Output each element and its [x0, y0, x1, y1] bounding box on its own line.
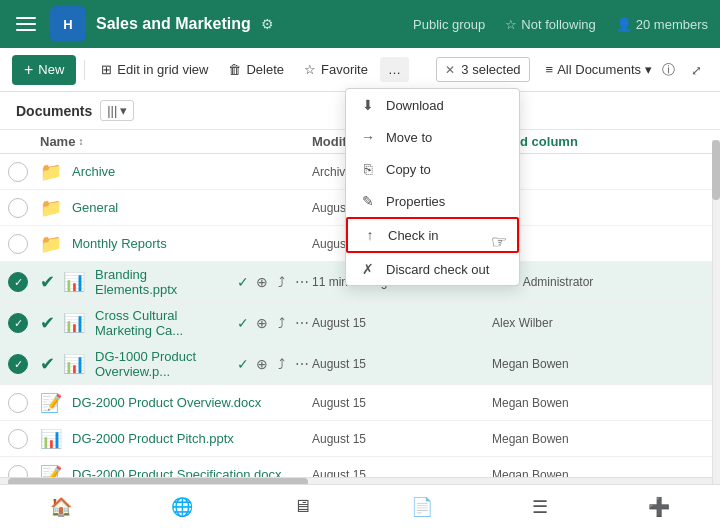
row-select-cell — [8, 198, 40, 218]
home-nav-icon[interactable]: 🏠 — [42, 488, 80, 526]
row-select-cell: ✓ — [8, 313, 40, 333]
row-checkbox[interactable]: ✓ — [8, 272, 28, 292]
docx-icon: 📝 — [40, 392, 62, 414]
members-btn[interactable]: 👤 20 members — [616, 17, 708, 32]
discard-checkout-menu-item[interactable]: ✗ Discard check out — [346, 253, 519, 285]
checkin-menu-item[interactable]: ↑ Check in ☞ — [346, 217, 519, 253]
file-name-text: Monthly Reports — [72, 236, 167, 251]
delete-icon: 🗑 — [228, 62, 241, 77]
row-checkbox[interactable] — [8, 198, 28, 218]
open-in-app-button[interactable]: ⊕ — [253, 272, 271, 292]
app-logo: H — [50, 6, 86, 42]
view-toggle-button[interactable]: ||| ▾ — [100, 100, 134, 121]
pptx-icon: 📊 — [40, 428, 62, 450]
row-more-button[interactable]: ⋯ — [292, 313, 312, 333]
file-name-cell[interactable]: ✔ 📊 Cross Cultural Marketing Ca... ✓ ⊕ ⤴… — [40, 308, 312, 338]
site-title: Sales and Marketing — [96, 15, 251, 33]
delete-button[interactable]: 🗑 Delete — [220, 57, 292, 82]
download-menu-item[interactable]: ⬇ Download — [346, 89, 519, 121]
file-modified-cell: August 15 — [312, 357, 492, 371]
members-icon: 👤 — [616, 17, 632, 32]
pptx-icon: 📊 — [63, 353, 85, 375]
discard-icon: ✗ — [360, 261, 376, 277]
file-name-cell[interactable]: 📊 DG-2000 Product Pitch.pptx — [40, 428, 312, 450]
row-actions: ✓ ⊕ ⤴ ⋯ — [237, 272, 312, 292]
clear-selection-icon[interactable]: ✕ — [445, 63, 455, 77]
copy-to-menu-item[interactable]: ⎘ Copy to — [346, 153, 519, 185]
select-all-col — [8, 134, 40, 149]
selected-dot: ✔ — [40, 312, 55, 334]
file-name-cell[interactable]: 📁 General — [40, 197, 312, 219]
toolbar-separator — [84, 60, 85, 80]
new-button[interactable]: + New — [12, 55, 76, 85]
file-name-text: DG-2000 Product Pitch.pptx — [72, 431, 234, 446]
properties-icon: ✎ — [360, 193, 376, 209]
properties-menu-item[interactable]: ✎ Properties — [346, 185, 519, 217]
screen-nav-icon[interactable]: 🖥 — [285, 488, 319, 525]
vertical-scrollbar[interactable] — [712, 140, 720, 501]
plus-icon: + — [24, 61, 33, 79]
file-author-cell: Megan Bowen — [492, 357, 652, 371]
more-icon: … — [388, 62, 401, 77]
move-to-menu-item[interactable]: → Move to — [346, 121, 519, 153]
row-select-cell — [8, 234, 40, 254]
selected-bar: ✕ 3 selected — [436, 57, 529, 82]
row-checkbox[interactable]: ✓ — [8, 354, 28, 374]
open-in-app-button[interactable]: ⊕ — [253, 354, 271, 374]
row-checkbox[interactable] — [8, 234, 28, 254]
row-select-cell: ✓ — [8, 272, 40, 292]
favorite-button[interactable]: ☆ Favorite — [296, 57, 376, 82]
share-button[interactable]: ⤴ — [275, 313, 288, 333]
file-author-cell: Megan Bowen — [492, 396, 652, 410]
row-checkbox[interactable]: ✓ — [8, 313, 28, 333]
not-following-btn[interactable]: ☆ Not following — [505, 17, 595, 32]
green-check-indicator: ✓ — [237, 356, 249, 372]
more-button[interactable]: … — [380, 57, 409, 82]
file-name-text: Archive — [72, 164, 115, 179]
selected-count: 3 selected — [461, 62, 520, 77]
folder-icon: 📁 — [40, 233, 62, 255]
info-button[interactable]: ⓘ — [656, 56, 681, 83]
chevron-down-icon: ▾ — [645, 62, 652, 77]
open-in-app-button[interactable]: ⊕ — [253, 313, 271, 333]
all-documents-button[interactable]: ≡ All Documents ▾ — [546, 62, 652, 77]
download-icon: ⬇ — [360, 97, 376, 113]
web-nav-icon[interactable]: 🌐 — [163, 488, 201, 526]
table-row[interactable]: ✓ ✔ 📊 DG-1000 Product Overview.p... ✓ ⊕ … — [0, 344, 720, 385]
share-button[interactable]: ⤴ — [275, 354, 288, 374]
public-group-label: Public group — [413, 17, 485, 32]
file-name-cell[interactable]: 📁 Monthly Reports — [40, 233, 312, 255]
row-checkbox[interactable] — [8, 162, 28, 182]
expand-icon: ⤢ — [691, 63, 702, 78]
row-checkbox[interactable] — [8, 393, 28, 413]
config-icon[interactable]: ⚙ — [261, 16, 274, 32]
file-name-cell[interactable]: ✔ 📊 Branding Elements.pptx ✓ ⊕ ⤴ ⋯ — [40, 267, 312, 297]
row-more-button[interactable]: ⋯ — [292, 354, 312, 374]
info-icon: ⓘ — [662, 62, 675, 77]
document-nav-icon[interactable]: 📄 — [403, 488, 441, 526]
file-name-cell[interactable]: 📁 Archive — [40, 161, 312, 183]
edit-grid-button[interactable]: ⊞ Edit in grid view — [93, 57, 216, 82]
row-actions: ✓ ⊕ ⤴ ⋯ — [237, 354, 312, 374]
add-nav-icon[interactable]: ➕ — [640, 488, 678, 526]
green-check-indicator: ✓ — [237, 274, 249, 290]
file-name-cell[interactable]: 📝 DG-2000 Product Overview.docx — [40, 392, 312, 414]
row-more-button[interactable]: ⋯ — [292, 272, 312, 292]
row-checkbox[interactable] — [8, 429, 28, 449]
table-row[interactable]: ✓ ✔ 📊 Cross Cultural Marketing Ca... ✓ ⊕… — [0, 303, 720, 344]
file-name-cell[interactable]: ✔ 📊 DG-1000 Product Overview.p... ✓ ⊕ ⤴ … — [40, 349, 312, 379]
name-column-header[interactable]: Name ↕ — [40, 134, 312, 149]
expand-button[interactable]: ⤢ — [685, 57, 708, 83]
share-button[interactable]: ⤴ — [275, 272, 288, 292]
selected-dot: ✔ — [40, 271, 55, 293]
cursor-pointer-icon: ☞ — [491, 231, 507, 253]
grid-icon: ⊞ — [101, 62, 112, 77]
chart-icon: ||| — [107, 103, 117, 118]
table-row[interactable]: 📝 DG-2000 Product Overview.docx August 1… — [0, 385, 720, 421]
hamburger-menu[interactable] — [12, 10, 40, 38]
file-modified-cell: August 15 — [312, 396, 492, 410]
menu-nav-icon[interactable]: ☰ — [524, 488, 556, 526]
file-author-cell: Megan Bowen — [492, 432, 652, 446]
row-select-cell: ✓ — [8, 354, 40, 374]
table-row[interactable]: 📊 DG-2000 Product Pitch.pptx August 15 M… — [0, 421, 720, 457]
